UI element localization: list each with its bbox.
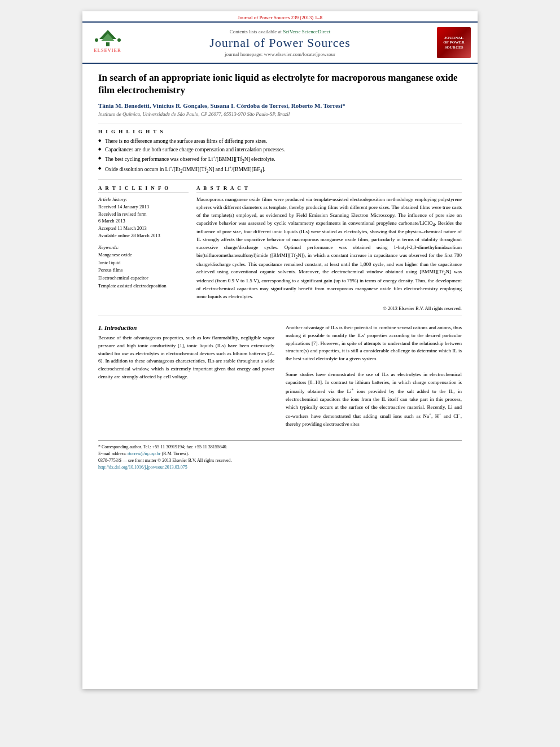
intro-left: 1. Introduction Because of their advanta… bbox=[98, 324, 274, 429]
keyword-4: Electrochemical capacitor bbox=[98, 274, 189, 282]
abstract-col: A B S T R A C T Macroporous manganese ox… bbox=[196, 185, 462, 311]
keyword-3: Porous films bbox=[98, 267, 189, 274]
highlight-item-4: Oxide dissolution occurs in Li+/[Et2OMMI… bbox=[98, 165, 462, 174]
highlights-section: H I G H L I G H T S There is no differen… bbox=[98, 129, 462, 174]
intro-two-col: 1. Introduction Because of their advanta… bbox=[98, 324, 462, 429]
affiliation: Instituto de Química, Universidade de Sã… bbox=[98, 111, 462, 117]
article-info-abstract: A R T I C L E I N F O Article history: R… bbox=[98, 185, 462, 311]
history-block: Article history: Received 14 January 201… bbox=[98, 196, 189, 239]
received-date: Received 14 January 2013 bbox=[98, 203, 189, 211]
journal-top-bar: Journal of Power Sources 239 (2013) 1–8 bbox=[82, 11, 478, 23]
footer-email-link[interactable]: rtorresi@iq.usp.br bbox=[128, 451, 160, 456]
journal-homepage: journal homepage: www.elsevier.com/locat… bbox=[134, 51, 426, 57]
divider-3 bbox=[98, 316, 462, 316]
footer-doi[interactable]: http://dx.doi.org/10.1016/j.jpowsour.201… bbox=[98, 465, 187, 470]
abstract-text: Macroporous manganese oxide films were p… bbox=[196, 196, 462, 301]
svg-point-4 bbox=[117, 38, 121, 42]
elsevier-logo: ELSEVIER bbox=[89, 29, 126, 57]
intro-heading: 1. Introduction bbox=[98, 324, 274, 331]
elsevier-label: ELSEVIER bbox=[94, 48, 121, 53]
accepted-date: Accepted 11 March 2013 bbox=[98, 225, 189, 232]
journal-header: ELSEVIER Contents lists available at Sci… bbox=[82, 23, 478, 64]
keyword-2: Ionic liquid bbox=[98, 259, 189, 267]
main-content: In search of an appropriate ionic liquid… bbox=[82, 64, 478, 479]
highlight-item-2: Capacitances are due both surface charge… bbox=[98, 146, 462, 154]
highlights-label: H I G H L I G H T S bbox=[98, 129, 462, 134]
keywords-title: Keywords: bbox=[98, 244, 189, 252]
journal-citation: Journal of Power Sources 239 (2013) 1–8 bbox=[238, 15, 322, 20]
footer-area: * Corresponding author. Tel.: +55 11 309… bbox=[98, 440, 462, 471]
article-info-col: A R T I C L E I N F O Article history: R… bbox=[98, 185, 189, 311]
footer-email-name: (R.M. Torresi). bbox=[161, 451, 189, 456]
available-date: Available online 28 March 2013 bbox=[98, 232, 189, 239]
highlight-item-1: There is no difference among the surface… bbox=[98, 138, 462, 145]
introduction-section: 1. Introduction Because of their advanta… bbox=[98, 324, 462, 429]
footer-issn: 0378-7753/$ — see front matter © 2013 El… bbox=[98, 457, 462, 471]
keyword-1: Manganese oxide bbox=[98, 251, 189, 259]
divider-2 bbox=[98, 179, 462, 180]
keywords-block: Keywords: Manganese oxide Ionic liquid P… bbox=[98, 244, 189, 290]
journal-logo-right: JOURNAL OF POWER SOURCES bbox=[431, 27, 471, 58]
received-revised: Received in revised form bbox=[98, 211, 189, 218]
keyword-5: Template assisted electrodeposition bbox=[98, 282, 189, 290]
highlight-item-3: The best cycling performance was observe… bbox=[98, 155, 462, 164]
copyright: © 2013 Elsevier B.V. All rights reserved… bbox=[196, 305, 462, 311]
article-title: In search of an appropriate ionic liquid… bbox=[98, 72, 462, 97]
elsevier-logo-area: ELSEVIER bbox=[89, 29, 129, 57]
intro-right-text: Another advantage of ILs is their potent… bbox=[286, 324, 462, 429]
divider-1 bbox=[98, 124, 462, 124]
elsevier-tree-svg bbox=[94, 29, 122, 47]
article-info-label: A R T I C L E I N F O bbox=[98, 185, 189, 193]
intro-left-text: Because of their advantageous properties… bbox=[98, 334, 274, 382]
journal-logo-box: JOURNAL OF POWER SOURCES bbox=[437, 27, 471, 58]
footer-corresponding: * Corresponding author. Tel.: +55 11 309… bbox=[98, 444, 462, 451]
revised-date: 6 March 2013 bbox=[98, 217, 189, 225]
sciverse-link[interactable]: SciVerse ScienceDirect bbox=[283, 29, 330, 34]
contents-line: Contents lists available at SciVerse Sci… bbox=[134, 29, 426, 34]
highlights-list: There is no difference among the surface… bbox=[98, 138, 462, 174]
page: Journal of Power Sources 239 (2013) 1–8 … bbox=[82, 11, 478, 689]
authors: Tânia M. Benedetti, Vinicius R. Gonçales… bbox=[98, 102, 462, 109]
history-title: Article history: bbox=[98, 196, 189, 203]
footer-email: E-mail address: rtorresi@iq.usp.br (R.M.… bbox=[98, 451, 462, 457]
svg-rect-0 bbox=[106, 42, 110, 46]
abstract-label: A B S T R A C T bbox=[196, 185, 462, 193]
intro-right: Another advantage of ILs is their potent… bbox=[286, 324, 462, 429]
svg-point-3 bbox=[95, 38, 98, 42]
header-center: Contents lists available at SciVerse Sci… bbox=[134, 29, 426, 57]
journal-title: Journal of Power Sources bbox=[134, 36, 426, 50]
